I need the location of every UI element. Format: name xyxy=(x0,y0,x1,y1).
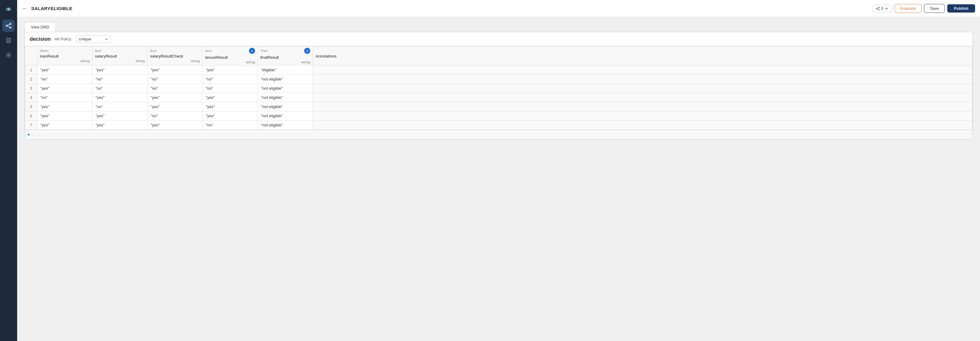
sidebar-document-icon[interactable] xyxy=(2,34,15,46)
logo[interactable] xyxy=(3,4,14,15)
svg-point-0 xyxy=(8,8,10,10)
col-type-finalResult: string xyxy=(260,60,310,64)
add-row-dash1: - xyxy=(32,133,33,137)
svg-point-3 xyxy=(10,27,11,29)
data-cell[interactable]: "yes" xyxy=(92,93,148,102)
sidebar-graph-icon[interactable] xyxy=(2,20,15,32)
data-cell[interactable]: "yes" xyxy=(148,121,203,130)
col-header-loanResult[interactable]: When loanResult string xyxy=(37,46,92,65)
data-cell[interactable]: "no" xyxy=(148,75,203,84)
data-cell[interactable]: "yes" xyxy=(37,84,92,93)
col-type-loanResult: string xyxy=(40,59,90,63)
column-header-row: When loanResult string And salaryResult … xyxy=(25,46,972,65)
data-cell[interactable]: "yes" xyxy=(203,93,258,102)
page-title: SALARYELIGIBLE xyxy=(31,6,72,11)
data-cell[interactable]: "not eligible" xyxy=(258,102,313,111)
sidebar xyxy=(0,0,17,341)
svg-rect-6 xyxy=(7,38,10,43)
data-cell[interactable]: "no" xyxy=(37,93,92,102)
col-name-annotations: Annotations xyxy=(315,52,970,59)
main-area: ← SALARYELIGIBLE 3 Evaluate Save Publish xyxy=(17,0,980,341)
row-num-header xyxy=(25,46,37,65)
data-cell[interactable]: "not eligible" xyxy=(258,93,313,102)
data-cell[interactable]: "no" xyxy=(148,111,203,121)
add-row-bar[interactable]: + - - - - xyxy=(25,130,972,139)
sidebar-settings-icon[interactable] xyxy=(2,49,15,61)
row-number: 3 xyxy=(25,84,37,93)
annotation-cell[interactable] xyxy=(313,65,972,75)
col-name-salaryResult: salaryResult xyxy=(95,52,145,59)
data-cell[interactable]: "yes" xyxy=(203,65,258,75)
data-cell[interactable]: "yes" xyxy=(92,65,148,75)
decision-table-header: decision Hit Policy: Unique First Any Co… xyxy=(25,32,972,46)
col-group-and3: And xyxy=(205,49,211,52)
svg-point-13 xyxy=(878,9,879,10)
col-header-salaryResultCheck[interactable]: And salaryResultCheck string xyxy=(148,46,203,65)
col-name-loanResult: loanResult xyxy=(40,52,90,59)
data-cell[interactable]: "no" xyxy=(148,84,203,93)
table-row[interactable]: 5"yes""no""yes""yes""not eligible" xyxy=(25,102,972,111)
data-cell[interactable]: "yes" xyxy=(37,102,92,111)
col-header-tenureResult[interactable]: And + tenureResult string xyxy=(203,46,258,65)
data-cell[interactable]: "no" xyxy=(203,84,258,93)
annotation-cell[interactable] xyxy=(313,111,972,121)
evaluate-button[interactable]: Evaluate xyxy=(894,4,922,13)
data-cell[interactable]: "not eligible" xyxy=(258,121,313,130)
content-area: View DRD decision Hit Policy: Unique Fir… xyxy=(17,17,980,341)
data-cell[interactable]: "not eligible" xyxy=(258,84,313,93)
hit-policy-label: Hit Policy: xyxy=(54,37,72,41)
table-row[interactable]: 3"yes""no""no""no""not eligible" xyxy=(25,84,972,93)
topbar-actions: 3 Evaluate Save Publish xyxy=(872,4,975,13)
svg-point-1 xyxy=(6,25,8,27)
data-cell[interactable]: "yes" xyxy=(203,111,258,121)
table-row[interactable]: 7"yes""yes""yes""no""not eligible" xyxy=(25,121,972,130)
data-cell[interactable]: "not eligible" xyxy=(258,111,313,121)
annotation-cell[interactable] xyxy=(313,121,972,130)
table-row[interactable]: 1"yes""yes""yes""yes""eligible" xyxy=(25,65,972,75)
tab-bar: View DRD xyxy=(24,22,973,32)
data-cell[interactable]: "no" xyxy=(92,84,148,93)
data-cell[interactable]: "not eligible" xyxy=(258,75,313,84)
col-type-tenureResult: string xyxy=(205,60,255,64)
data-cell[interactable]: "yes" xyxy=(37,111,92,121)
data-cell[interactable]: "no" xyxy=(203,75,258,84)
svg-line-4 xyxy=(7,24,10,25)
data-cell[interactable]: "yes" xyxy=(148,102,203,111)
back-button[interactable]: ← xyxy=(22,5,27,12)
data-cell[interactable]: "eligible" xyxy=(258,65,313,75)
table-row[interactable]: 4"no""yes""yes""yes""not eligible" xyxy=(25,93,972,102)
data-cell[interactable]: "yes" xyxy=(37,65,92,75)
row-number: 4 xyxy=(25,93,37,102)
save-button[interactable]: Save xyxy=(924,4,945,13)
version-number: 3 xyxy=(881,6,883,11)
col-header-salaryResult[interactable]: And salaryResult string xyxy=(92,46,148,65)
tab-view-drd[interactable]: View DRD xyxy=(24,22,56,32)
col-header-finalResult[interactable]: Then + finalResult string xyxy=(258,46,313,65)
annotation-cell[interactable] xyxy=(313,84,972,93)
hit-policy-select[interactable]: Unique First Any Collect Rule Order Outp… xyxy=(76,35,111,43)
add-col-after-tenure-button[interactable]: + xyxy=(249,48,255,54)
data-cell[interactable]: "yes" xyxy=(148,93,203,102)
row-number: 2 xyxy=(25,75,37,84)
table-row[interactable]: 2"no""no""no""no""not eligible" xyxy=(25,75,972,84)
data-cell[interactable]: "yes" xyxy=(92,111,148,121)
col-name-salaryResultCheck: salaryResultCheck xyxy=(150,52,200,59)
annotation-cell[interactable] xyxy=(313,93,972,102)
add-col-after-final-button[interactable]: + xyxy=(304,48,310,54)
row-number: 7 xyxy=(25,121,37,130)
data-cell[interactable]: "yes" xyxy=(148,65,203,75)
version-selector[interactable]: 3 xyxy=(872,5,892,12)
data-cell[interactable]: "no" xyxy=(92,102,148,111)
data-cell[interactable]: "no" xyxy=(203,121,258,130)
data-cell[interactable]: "yes" xyxy=(203,102,258,111)
row-number: 5 xyxy=(25,102,37,111)
data-cell[interactable]: "no" xyxy=(92,75,148,84)
publish-button[interactable]: Publish xyxy=(947,4,975,13)
data-cell[interactable]: "yes" xyxy=(37,121,92,130)
annotation-cell[interactable] xyxy=(313,75,972,84)
data-cell[interactable]: "no" xyxy=(37,75,92,84)
row-number: 6 xyxy=(25,111,37,121)
data-cell[interactable]: "yes" xyxy=(92,121,148,130)
annotation-cell[interactable] xyxy=(313,102,972,111)
table-row[interactable]: 6"yes""yes""no""yes""not eligible" xyxy=(25,111,972,121)
